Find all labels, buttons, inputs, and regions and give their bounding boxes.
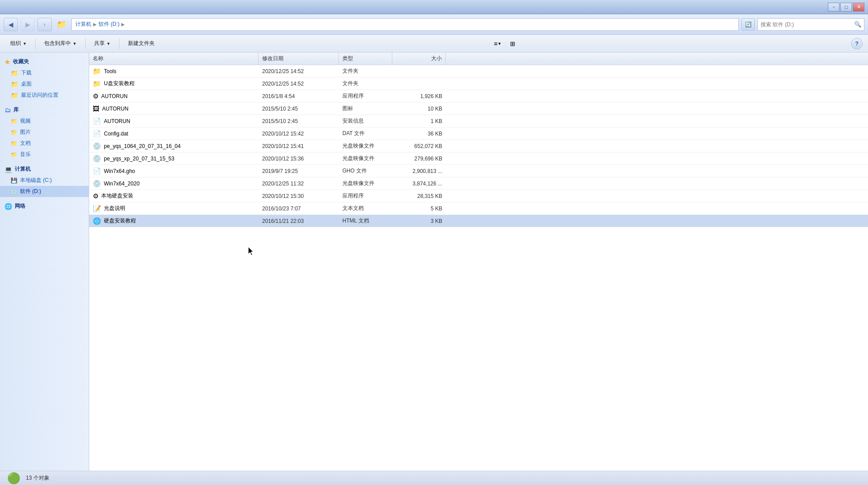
file-type-icon: 📁	[93, 80, 101, 88]
sidebar-item-recent[interactable]: 📁 最近访问的位置	[0, 90, 89, 101]
file-type-cell: 文件夹	[339, 78, 392, 90]
view-details-icon: ⊞	[510, 40, 515, 47]
file-name-cell: 📝 光盘说明	[89, 202, 259, 214]
view-icon: ≡	[494, 40, 498, 47]
file-type-icon: 💿	[93, 180, 101, 188]
sidebar-item-desktop[interactable]: 📁 桌面	[0, 78, 89, 90]
organize-button[interactable]: 组织 ▼	[5, 37, 32, 50]
file-date-cell: 2020/12/25 14:52	[259, 65, 339, 77]
sidebar-item-download[interactable]: 📁 下载	[0, 67, 89, 78]
breadcrumb-computer[interactable]: 计算机	[75, 21, 91, 28]
sidebar-item-local-c[interactable]: 💾 本地磁盘 (C:)	[0, 175, 89, 186]
close-button[interactable]: ✕	[853, 3, 864, 12]
file-date-cell: 2020/12/25 14:52	[259, 78, 339, 90]
minimize-button[interactable]: －	[828, 3, 839, 12]
table-row[interactable]: 📝 光盘说明 2016/10/23 7:07 文本文档 5 KB	[89, 202, 868, 215]
folder-icon: 📁	[11, 152, 17, 158]
table-row[interactable]: ⚙ 本地硬盘安装 2020/10/12 15:30 应用程序 28,315 KB	[89, 190, 868, 202]
library-label: 库	[13, 106, 19, 114]
table-row[interactable]: 📁 U盘安装教程 2020/12/25 14:52 文件夹	[89, 78, 868, 90]
share-button[interactable]: 共享 ▼	[89, 37, 115, 50]
back-button[interactable]: ◀	[4, 18, 18, 31]
search-icon[interactable]: 🔍	[854, 21, 861, 28]
sidebar-item-music[interactable]: 📁 音乐	[0, 149, 89, 160]
table-row[interactable]: 🌐 硬盘安装教程 2016/11/21 22:03 HTML 文档 3 KB	[89, 215, 868, 227]
sidebar-network-header[interactable]: 🌐 网络	[0, 201, 89, 212]
file-name-cell: ⚙ 本地硬盘安装	[89, 190, 259, 202]
file-type-cell: HTML 文档	[339, 215, 392, 227]
soft-d-label: 软件 (D:)	[20, 188, 41, 195]
sidebar-computer-header[interactable]: 💻 计算机	[0, 164, 89, 175]
file-name-cell: 📄 Config.dat	[89, 127, 259, 140]
file-name: AUTORUN	[104, 118, 130, 124]
file-name-cell: 💿 pe_yqs_xp_20_07_31_15_53	[89, 152, 259, 164]
table-row[interactable]: 💿 Win7x64_2020 2020/12/25 11:32 光盘映像文件 3…	[89, 177, 868, 190]
view-dropdown-icon: ▼	[498, 41, 502, 46]
col-header-date[interactable]: 修改日期	[259, 53, 339, 65]
maximize-button[interactable]: □	[840, 3, 852, 12]
sidebar-item-video[interactable]: 📁 视频	[0, 115, 89, 127]
view-button[interactable]: ≡ ▼	[491, 37, 504, 50]
table-row[interactable]: 📄 Config.dat 2020/10/12 15:42 DAT 文件 36 …	[89, 127, 868, 140]
table-row[interactable]: 📁 Tools 2020/12/25 14:52 文件夹	[89, 65, 868, 78]
organize-label: 组织	[10, 40, 21, 47]
file-type-icon: 📄	[93, 130, 101, 138]
network-icon: 🌐	[4, 203, 12, 210]
sidebar-item-document[interactable]: 📁 文档	[0, 138, 89, 149]
file-name: Win7x64.gho	[104, 168, 135, 174]
sidebar-library-header[interactable]: 🗂 库	[0, 104, 89, 115]
file-date-cell: 2015/5/10 2:45	[259, 115, 339, 127]
status-icon: 🟢	[7, 472, 21, 485]
table-row[interactable]: 💿 pe_yqs_xp_20_07_31_15_53 2020/10/12 15…	[89, 152, 868, 165]
file-list-header: 名称 修改日期 类型 大小	[89, 53, 868, 65]
col-header-size[interactable]: 大小	[392, 53, 446, 65]
help-button[interactable]: ?	[851, 38, 863, 49]
table-row[interactable]: 📄 Win7x64.gho 2019/9/7 19:25 GHO 文件 2,90…	[89, 165, 868, 177]
table-row[interactable]: 🖼 AUTORUN 2015/5/10 2:45 图标 10 KB	[89, 103, 868, 115]
refresh-button[interactable]: 🔄	[741, 18, 755, 31]
file-type-cell: 应用程序	[339, 90, 392, 102]
breadcrumb-sep1: ▶	[93, 22, 97, 27]
table-row[interactable]: ⚙ AUTORUN 2016/1/8 4:54 应用程序 1,926 KB	[89, 90, 868, 103]
file-date-cell: 2016/1/8 4:54	[259, 90, 339, 102]
table-row[interactable]: 💿 pe_yqs_1064_20_07_31_16_04 2020/10/12 …	[89, 140, 868, 152]
music-label: 音乐	[20, 151, 31, 158]
file-size-cell: 3 KB	[392, 215, 446, 227]
file-name-cell: 🖼 AUTORUN	[89, 103, 259, 115]
include-button[interactable]: 包含到库中 ▼	[39, 37, 82, 50]
title-bar: － □ ✕	[0, 0, 868, 14]
sidebar-item-picture[interactable]: 📁 图片	[0, 127, 89, 138]
drive-icon: 💿	[11, 189, 17, 195]
file-type-cell: 光盘映像文件	[339, 177, 392, 189]
file-name: AUTORUN	[102, 106, 128, 112]
file-name-cell: 📁 Tools	[89, 65, 259, 77]
share-dropdown-icon: ▼	[107, 41, 111, 46]
table-row[interactable]: 📄 AUTORUN 2015/5/10 2:45 安装信息 1 KB	[89, 115, 868, 127]
file-name-cell: 🌐 硬盘安装教程	[89, 215, 259, 227]
new-folder-label: 新建文件夹	[128, 40, 155, 47]
file-date-cell: 2016/11/21 22:03	[259, 215, 339, 227]
file-name-cell: 💿 Win7x64_2020	[89, 177, 259, 189]
file-type-icon: 📝	[93, 205, 101, 213]
up-button[interactable]: ↑	[37, 18, 52, 31]
sidebar-favorites-header[interactable]: ★ 收藏夹	[0, 56, 89, 67]
forward-button[interactable]: ▶	[21, 18, 35, 31]
file-size-cell: 36 KB	[392, 127, 446, 140]
new-folder-button[interactable]: 新建文件夹	[123, 37, 160, 50]
file-type-cell: 图标	[339, 103, 392, 115]
sidebar-favorites-section: ★ 收藏夹 📁 下载 📁 桌面 📁 最近访问的位置	[0, 56, 89, 101]
col-header-name[interactable]: 名称	[89, 53, 259, 65]
col-header-type[interactable]: 类型	[339, 53, 392, 65]
file-type-icon: 💿	[93, 142, 101, 150]
file-type-cell: 光盘映像文件	[339, 140, 392, 152]
search-input[interactable]	[761, 21, 852, 28]
breadcrumb-drive[interactable]: 软件 (D:)	[99, 21, 119, 28]
file-type-cell: 应用程序	[339, 190, 392, 202]
sidebar-item-soft-d[interactable]: 💿 软件 (D:)	[0, 186, 89, 197]
file-name: 硬盘安装教程	[104, 217, 136, 225]
separator-1	[35, 38, 36, 49]
folder-icon: 📁	[11, 81, 18, 88]
main-layout: ★ 收藏夹 📁 下载 📁 桌面 📁 最近访问的位置 🗂 库	[0, 53, 868, 471]
file-name: pe_yqs_xp_20_07_31_15_53	[104, 156, 174, 162]
view-details-button[interactable]: ⊞	[506, 37, 519, 50]
